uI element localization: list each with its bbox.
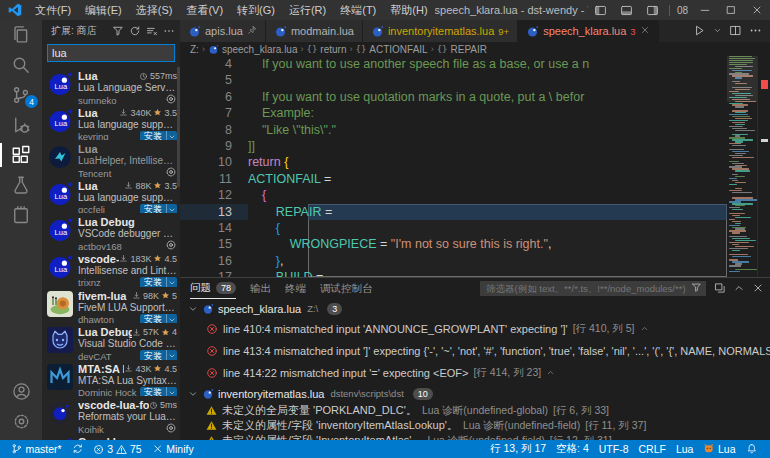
manage-extension-gear[interactable] (165, 93, 177, 104)
extension-item[interactable]: LuaLua DebugVSCode debugger extension ..… (42, 213, 180, 250)
install-button[interactable]: 安装 (140, 204, 177, 214)
activity-run-and-debug[interactable] (0, 110, 42, 140)
install-button[interactable]: 安装 (140, 387, 177, 397)
chevron-down-action[interactable] (713, 25, 722, 37)
status-minify[interactable]: Minify (147, 440, 199, 458)
install-dropdown[interactable] (166, 387, 177, 397)
status-notifications[interactable] (741, 440, 763, 458)
extension-item[interactable]: LuaLuaHelper, Intellisense, Lintin...Ten… (42, 140, 180, 177)
activity-settings[interactable] (0, 406, 42, 436)
breadcrumb-item[interactable]: {}REPAIR (437, 44, 487, 55)
install-dropdown[interactable] (166, 204, 177, 214)
activity-notebook[interactable] (0, 200, 42, 230)
manage-extension-gear[interactable] (165, 422, 177, 433)
manage-extension-gear[interactable] (165, 239, 177, 250)
menu-查看[interactable]: 查看(V) (179, 0, 230, 20)
code-editor[interactable]: 4567891011121314151617 If you want to us… (180, 56, 727, 277)
split-editor-action[interactable] (729, 24, 742, 39)
extension-item[interactable]: Lua Debugger57K4Visual Studio Code debug… (42, 323, 180, 360)
panel-tab-输出[interactable]: 输出 (250, 278, 271, 299)
panel-tab-问题[interactable]: 问题78 (190, 278, 236, 299)
panel-tab-调试控制台[interactable]: 调试控制台 (320, 278, 373, 299)
extension-item[interactable]: LuaLua88K3.5Lua language support for VS … (42, 177, 180, 214)
extension-item[interactable]: LuaLua340K3.5Lua language support for Vi… (42, 104, 180, 141)
problems-filter-input[interactable] (484, 282, 691, 295)
breadcrumb-item[interactable]: {}ACTIONFAIL (355, 44, 427, 55)
filter-action[interactable] (111, 24, 125, 38)
status-eol[interactable]: CRLF (634, 440, 671, 458)
install-dropdown[interactable] (166, 277, 177, 287)
close-button[interactable] (744, 0, 770, 20)
layout-secondary-toggle[interactable] (640, 0, 666, 20)
activity-testing[interactable] (0, 170, 42, 200)
menu-编辑[interactable]: 编辑(E) (78, 0, 129, 20)
status-encoding[interactable]: UTF-8 (594, 440, 634, 458)
problem-row[interactable]: 未定义的属性/字段 'inventoryItemAtlasLookup'。Lua… (180, 418, 770, 433)
activity-account[interactable] (0, 376, 42, 406)
status-cursor-position[interactable]: 行 13, 列 17 (485, 440, 551, 458)
breadcrumb-item[interactable]: speech_klara.lua (208, 44, 298, 55)
menu-选择[interactable]: 选择(S) (129, 0, 180, 20)
tab-inventoryitematlas.lua[interactable]: inventoryitematlas.lua9+ (363, 20, 518, 42)
status-problems[interactable]: 375 (88, 440, 147, 458)
status-branch[interactable]: master* (6, 440, 67, 458)
more-action[interactable] (749, 24, 762, 39)
clear-all-action[interactable] (145, 24, 159, 38)
problem-row[interactable]: line 414:22 mismatched input '=' expecti… (180, 362, 770, 384)
install-button[interactable]: 安装 (140, 350, 177, 360)
minimize-button[interactable] (692, 0, 718, 20)
problem-row[interactable]: line 413:4 mismatched input ']' expectin… (180, 340, 770, 362)
activity-search[interactable] (0, 50, 42, 80)
install-button[interactable]: 安装 (140, 277, 177, 287)
status-lua-extension-status[interactable]: Lua (698, 440, 740, 458)
extensions-search-input[interactable] (47, 44, 175, 62)
install-dropdown[interactable] (166, 350, 177, 360)
menu-运行[interactable]: 运行(R) (282, 0, 333, 20)
install-button[interactable]: 安装 (140, 314, 177, 324)
menu-帮助[interactable]: 帮助(H) (383, 0, 434, 20)
filter-icon[interactable] (691, 282, 702, 295)
minimap-slider[interactable] (727, 56, 757, 102)
panel-close-action[interactable] (752, 282, 764, 296)
problem-row[interactable]: line 410:4 mismatched input 'ANNOUNCE_GR… (180, 318, 770, 340)
extension-item[interactable]: LuaGmod Lua (42, 433, 180, 440)
problem-expand[interactable] (546, 367, 555, 379)
refresh-action[interactable] (128, 24, 142, 38)
extension-item[interactable]: LuaLua557msLua Language Server coded ...… (42, 67, 180, 104)
extension-item[interactable]: Luavscode-lua183K4.5Intellisense and Lin… (42, 250, 180, 287)
status-indentation[interactable]: 空格: 4 (551, 440, 594, 458)
problems-file-row[interactable]: speech_klara.luaZ:\3 (180, 299, 770, 318)
install-dropdown[interactable] (166, 314, 177, 324)
menu-文件[interactable]: 文件(F) (28, 0, 78, 20)
extension-item[interactable]: vscode-lua-format5msReformats your Lua s… (42, 396, 180, 433)
activity-extensions[interactable] (0, 140, 42, 170)
install-dropdown[interactable] (166, 131, 177, 141)
panel-open-editor-action[interactable] (714, 282, 726, 296)
panel-chevron-up-action[interactable] (733, 282, 745, 296)
problem-expand[interactable] (640, 323, 649, 335)
problem-row[interactable]: 未定义的属性/字段 'InventoryItemAtlas'。Lua 诊断(un… (180, 433, 770, 440)
activity-source-control[interactable]: 4 (0, 80, 42, 110)
problems-file-row[interactable]: inventoryitematlas.luadstenv\scripts\dst… (180, 384, 770, 403)
breadcrumb-item[interactable]: {}return (307, 44, 347, 55)
minimap[interactable] (727, 56, 757, 277)
install-button[interactable]: 安装 (140, 131, 177, 141)
layout-sidebar-toggle[interactable] (588, 0, 614, 20)
problem-row[interactable]: 未定义的全局变量 'PORKLAND_DLC'。Lua 诊断(undefined… (180, 403, 770, 418)
run-action[interactable] (693, 24, 706, 39)
more-action[interactable] (162, 24, 176, 38)
tab-close[interactable] (640, 25, 650, 37)
menu-终端[interactable]: 终端(T) (333, 0, 383, 20)
tab-apis.lua[interactable]: apis.lua (180, 20, 266, 42)
manage-extension-gear[interactable] (165, 166, 177, 177)
menu-转到[interactable]: 转到(G) (230, 0, 282, 20)
tab-modmain.lua[interactable]: modmain.lua (266, 20, 363, 42)
tab-speech_klara.lua[interactable]: speech_klara.lua3 (518, 20, 658, 42)
panel-tab-终端[interactable]: 终端 (285, 278, 306, 299)
status-sync[interactable] (67, 440, 89, 458)
status-language-mode[interactable]: Lua (671, 440, 699, 458)
maximize-button[interactable] (718, 0, 744, 20)
layout-panel-toggle[interactable] (614, 0, 640, 20)
activity-explorer[interactable] (0, 20, 42, 50)
extension-item[interactable]: fivem-lua98K5FiveM LUA Support For Visua… (42, 287, 180, 324)
